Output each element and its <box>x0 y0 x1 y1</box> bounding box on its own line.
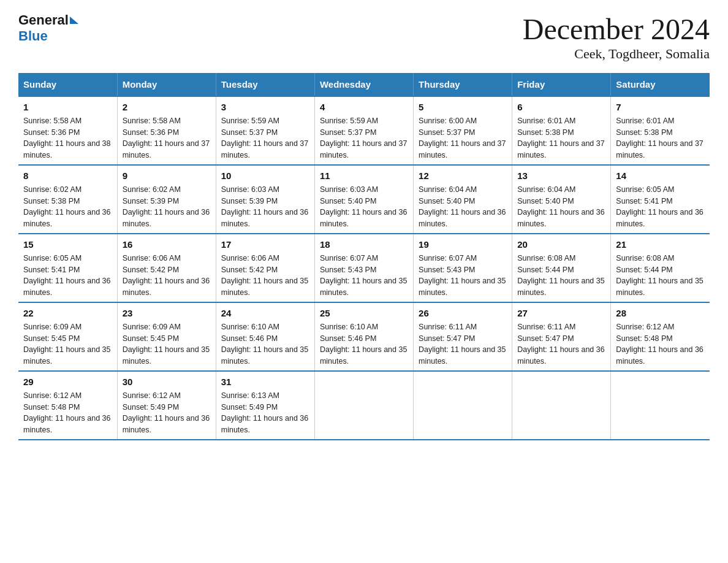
calendar-cell: 28Sunrise: 6:12 AMSunset: 5:48 PMDayligh… <box>611 302 710 371</box>
day-info: Sunrise: 5:59 AMSunset: 5:37 PMDaylight:… <box>320 117 407 159</box>
day-number: 17 <box>221 238 309 251</box>
weekday-header-friday: Friday <box>512 73 611 96</box>
day-number: 28 <box>616 307 705 320</box>
weekday-header-thursday: Thursday <box>414 73 512 96</box>
day-info: Sunrise: 6:05 AMSunset: 5:41 PMDaylight:… <box>23 254 110 297</box>
day-info: Sunrise: 6:04 AMSunset: 5:40 PMDaylight:… <box>517 185 604 228</box>
day-info: Sunrise: 6:01 AMSunset: 5:38 PMDaylight:… <box>616 117 703 159</box>
weekday-header-tuesday: Tuesday <box>216 73 314 96</box>
calendar-cell <box>414 371 512 440</box>
weekday-header-monday: Monday <box>117 73 216 96</box>
day-info: Sunrise: 6:01 AMSunset: 5:38 PMDaylight:… <box>517 117 604 159</box>
title-block: December 2024 Ceek, Togdheer, Somalia <box>523 12 710 62</box>
calendar-body: 1Sunrise: 5:58 AMSunset: 5:36 PMDaylight… <box>18 96 710 440</box>
calendar-cell: 21Sunrise: 6:08 AMSunset: 5:44 PMDayligh… <box>611 234 710 302</box>
weekday-header-sunday: Sunday <box>18 73 117 96</box>
calendar-week-row: 8Sunrise: 6:02 AMSunset: 5:38 PMDaylight… <box>18 165 710 234</box>
day-info: Sunrise: 6:12 AMSunset: 5:48 PMDaylight:… <box>616 323 703 366</box>
day-info: Sunrise: 6:11 AMSunset: 5:47 PMDaylight:… <box>419 323 506 366</box>
day-number: 24 <box>221 307 309 320</box>
day-number: 5 <box>419 101 507 113</box>
day-number: 21 <box>616 238 705 251</box>
day-info: Sunrise: 6:12 AMSunset: 5:48 PMDaylight:… <box>23 391 110 434</box>
day-number: 11 <box>320 169 408 182</box>
calendar-cell: 20Sunrise: 6:08 AMSunset: 5:44 PMDayligh… <box>512 234 611 302</box>
day-number: 6 <box>517 101 605 113</box>
day-info: Sunrise: 6:07 AMSunset: 5:43 PMDaylight:… <box>320 254 407 297</box>
calendar-cell: 11Sunrise: 6:03 AMSunset: 5:40 PMDayligh… <box>314 165 413 234</box>
day-number: 26 <box>419 307 507 320</box>
day-info: Sunrise: 6:02 AMSunset: 5:39 PMDaylight:… <box>123 185 210 228</box>
calendar-header-row: SundayMondayTuesdayWednesdayThursdayFrid… <box>18 73 710 96</box>
calendar-cell: 5Sunrise: 6:00 AMSunset: 5:37 PMDaylight… <box>414 96 512 165</box>
day-info: Sunrise: 6:04 AMSunset: 5:40 PMDaylight:… <box>419 185 506 228</box>
day-number: 20 <box>517 238 605 251</box>
day-number: 27 <box>517 307 605 320</box>
day-info: Sunrise: 6:06 AMSunset: 5:42 PMDaylight:… <box>123 254 210 297</box>
day-number: 1 <box>23 101 112 113</box>
day-info: Sunrise: 6:13 AMSunset: 5:49 PMDaylight:… <box>221 391 308 434</box>
logo-general-text: General <box>18 12 69 28</box>
logo-blue-text: Blue <box>18 28 48 44</box>
calendar-cell: 13Sunrise: 6:04 AMSunset: 5:40 PMDayligh… <box>512 165 611 234</box>
calendar-cell: 22Sunrise: 6:09 AMSunset: 5:45 PMDayligh… <box>18 302 117 371</box>
calendar-week-row: 29Sunrise: 6:12 AMSunset: 5:48 PMDayligh… <box>18 371 710 440</box>
day-info: Sunrise: 6:05 AMSunset: 5:41 PMDaylight:… <box>616 185 703 228</box>
day-info: Sunrise: 6:08 AMSunset: 5:44 PMDaylight:… <box>616 254 703 297</box>
day-info: Sunrise: 6:03 AMSunset: 5:40 PMDaylight:… <box>320 185 407 228</box>
calendar-cell: 29Sunrise: 6:12 AMSunset: 5:48 PMDayligh… <box>18 371 117 440</box>
page-header: General Blue December 2024 Ceek, Togdhee… <box>18 12 710 62</box>
weekday-header-saturday: Saturday <box>611 73 710 96</box>
calendar-cell: 17Sunrise: 6:06 AMSunset: 5:42 PMDayligh… <box>216 234 314 302</box>
calendar-cell: 24Sunrise: 6:10 AMSunset: 5:46 PMDayligh… <box>216 302 314 371</box>
calendar-cell: 16Sunrise: 6:06 AMSunset: 5:42 PMDayligh… <box>117 234 216 302</box>
calendar-cell <box>611 371 710 440</box>
calendar-week-row: 1Sunrise: 5:58 AMSunset: 5:36 PMDaylight… <box>18 96 710 165</box>
calendar-cell: 3Sunrise: 5:59 AMSunset: 5:37 PMDaylight… <box>216 96 314 165</box>
day-info: Sunrise: 5:58 AMSunset: 5:36 PMDaylight:… <box>123 117 210 159</box>
day-number: 29 <box>23 375 112 388</box>
calendar-cell: 6Sunrise: 6:01 AMSunset: 5:38 PMDaylight… <box>512 96 611 165</box>
day-number: 15 <box>23 238 112 251</box>
day-info: Sunrise: 5:58 AMSunset: 5:36 PMDaylight:… <box>23 117 110 159</box>
day-number: 22 <box>23 307 112 320</box>
day-info: Sunrise: 6:09 AMSunset: 5:45 PMDaylight:… <box>123 323 210 366</box>
day-number: 18 <box>320 238 408 251</box>
calendar-cell: 27Sunrise: 6:11 AMSunset: 5:47 PMDayligh… <box>512 302 611 371</box>
day-info: Sunrise: 6:00 AMSunset: 5:37 PMDaylight:… <box>419 117 506 159</box>
calendar-cell: 26Sunrise: 6:11 AMSunset: 5:47 PMDayligh… <box>414 302 512 371</box>
day-number: 9 <box>123 169 211 182</box>
day-number: 3 <box>221 101 309 113</box>
calendar-cell: 10Sunrise: 6:03 AMSunset: 5:39 PMDayligh… <box>216 165 314 234</box>
day-number: 13 <box>517 169 605 182</box>
calendar-week-row: 15Sunrise: 6:05 AMSunset: 5:41 PMDayligh… <box>18 234 710 302</box>
day-info: Sunrise: 6:09 AMSunset: 5:45 PMDaylight:… <box>23 323 110 366</box>
calendar-cell: 25Sunrise: 6:10 AMSunset: 5:46 PMDayligh… <box>314 302 413 371</box>
day-info: Sunrise: 6:10 AMSunset: 5:46 PMDaylight:… <box>221 323 308 366</box>
day-info: Sunrise: 6:06 AMSunset: 5:42 PMDaylight:… <box>221 254 308 297</box>
day-info: Sunrise: 6:08 AMSunset: 5:44 PMDaylight:… <box>517 254 604 297</box>
day-number: 4 <box>320 101 408 113</box>
day-number: 8 <box>23 169 112 182</box>
day-info: Sunrise: 6:07 AMSunset: 5:43 PMDaylight:… <box>419 254 506 297</box>
day-number: 30 <box>123 375 211 388</box>
calendar-cell: 7Sunrise: 6:01 AMSunset: 5:38 PMDaylight… <box>611 96 710 165</box>
day-number: 7 <box>616 101 705 113</box>
day-info: Sunrise: 6:12 AMSunset: 5:49 PMDaylight:… <box>123 391 210 434</box>
calendar-cell: 9Sunrise: 6:02 AMSunset: 5:39 PMDaylight… <box>117 165 216 234</box>
logo-arrow-icon <box>70 17 78 24</box>
calendar-cell: 14Sunrise: 6:05 AMSunset: 5:41 PMDayligh… <box>611 165 710 234</box>
calendar-table: SundayMondayTuesdayWednesdayThursdayFrid… <box>18 73 710 440</box>
calendar-cell: 2Sunrise: 5:58 AMSunset: 5:36 PMDaylight… <box>117 96 216 165</box>
calendar-cell: 1Sunrise: 5:58 AMSunset: 5:36 PMDaylight… <box>18 96 117 165</box>
day-number: 14 <box>616 169 705 182</box>
weekday-header-wednesday: Wednesday <box>314 73 413 96</box>
day-info: Sunrise: 6:03 AMSunset: 5:39 PMDaylight:… <box>221 185 308 228</box>
day-number: 31 <box>221 375 309 388</box>
day-number: 2 <box>123 101 211 113</box>
day-number: 10 <box>221 169 309 182</box>
calendar-cell: 12Sunrise: 6:04 AMSunset: 5:40 PMDayligh… <box>414 165 512 234</box>
calendar-cell <box>314 371 413 440</box>
day-number: 16 <box>123 238 211 251</box>
calendar-cell: 31Sunrise: 6:13 AMSunset: 5:49 PMDayligh… <box>216 371 314 440</box>
